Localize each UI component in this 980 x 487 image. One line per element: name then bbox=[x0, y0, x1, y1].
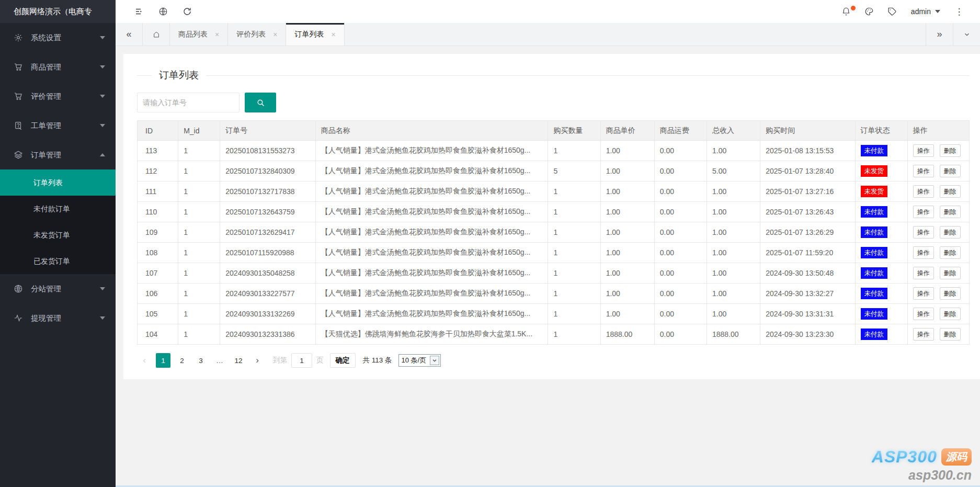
tab-商品列表[interactable]: 商品列表 × bbox=[170, 23, 228, 46]
sidebar-subitem-未发货订单[interactable]: 未发货订单 bbox=[0, 222, 116, 248]
orders-table: IDM_id订单号商品名称购买数量商品单价商品运费总收入购买时间订单状态操作 1… bbox=[137, 120, 970, 345]
sidebar-subitem-订单列表[interactable]: 订单列表 bbox=[0, 169, 116, 196]
operate-button[interactable]: 操作 bbox=[913, 328, 934, 341]
goto-confirm-button[interactable]: 确定 bbox=[330, 353, 356, 368]
tabs-scroll-left-icon[interactable]: « bbox=[116, 23, 143, 46]
collapse-menu-icon[interactable] bbox=[127, 0, 151, 23]
table-row: 110 1 20250107132643759 【人气销量】港式金汤鲍鱼花胶鸡加… bbox=[138, 202, 970, 222]
operate-button[interactable]: 操作 bbox=[913, 287, 934, 300]
cell-order-no: 20250107132629417 bbox=[220, 222, 315, 243]
sidebar-item-系统设置[interactable]: 系统设置 bbox=[0, 23, 116, 52]
content: 订单列表 IDM_id订单号商品名称购买数量商品单价商品运费总收入购买时间订单状… bbox=[116, 46, 980, 487]
page-number-1[interactable]: 1 bbox=[156, 353, 170, 368]
operate-button[interactable]: 操作 bbox=[913, 165, 934, 177]
sidebar-item-分站管理[interactable]: 分站管理 bbox=[0, 274, 116, 303]
status-badge: 未付款 bbox=[861, 145, 888, 157]
sidebar-item-label: 评价管理 bbox=[31, 92, 100, 101]
column-header-购买数量: 购买数量 bbox=[548, 121, 600, 141]
tag-icon[interactable] bbox=[881, 0, 904, 23]
page-number-3[interactable]: 3 bbox=[193, 353, 208, 368]
operate-button[interactable]: 操作 bbox=[913, 226, 934, 239]
sidebar-item-评价管理[interactable]: 评价管理 bbox=[0, 82, 116, 111]
cell-freight: 0.00 bbox=[654, 202, 706, 222]
cell-id: 107 bbox=[138, 263, 178, 284]
pagination: ‹ 123…12 › 到第 页 确定 共 113 条 10 条/页 bbox=[137, 353, 970, 368]
cell-time: 2025-01-07 13:26:43 bbox=[760, 202, 855, 222]
language-globe-icon[interactable] bbox=[151, 0, 175, 23]
cell-qty: 1 bbox=[548, 202, 600, 222]
delete-button[interactable]: 删除 bbox=[940, 308, 961, 320]
delete-button[interactable]: 删除 bbox=[940, 144, 961, 157]
cell-time: 2025-01-07 13:26:29 bbox=[760, 222, 855, 243]
cell-price: 1.00 bbox=[600, 202, 654, 222]
delete-button[interactable]: 删除 bbox=[940, 328, 961, 341]
cell-qty: 1 bbox=[548, 182, 600, 202]
delete-button[interactable]: 删除 bbox=[940, 185, 961, 198]
operate-button[interactable]: 操作 bbox=[913, 185, 934, 198]
tab-评价列表[interactable]: 评价列表 × bbox=[228, 23, 286, 46]
tab-订单列表[interactable]: 订单列表 × bbox=[286, 23, 344, 46]
app: 创颜网络演示（电商专 系统设置 商品管理 评价管理 工单管理 订单管理 订单列表… bbox=[0, 0, 980, 487]
notification-bell-icon[interactable] bbox=[835, 0, 858, 23]
home-tab-icon[interactable] bbox=[143, 23, 170, 46]
goto-page-input[interactable] bbox=[291, 353, 312, 368]
topbar: admin ⋮ bbox=[116, 0, 980, 23]
cell-product-name: 【人气销量】港式金汤鲍鱼花胶鸡加热即食鱼胶滋补食材1650g... bbox=[315, 161, 548, 182]
operate-button[interactable]: 操作 bbox=[913, 246, 934, 259]
user-menu[interactable]: admin bbox=[904, 7, 948, 16]
cell-product-name: 【人气销量】港式金汤鲍鱼花胶鸡加热即食鱼胶滋补食材1650g... bbox=[315, 284, 548, 304]
page-next-icon[interactable]: › bbox=[250, 353, 265, 368]
refresh-icon[interactable] bbox=[175, 0, 199, 23]
layers-icon bbox=[14, 150, 23, 160]
notification-dot bbox=[851, 6, 856, 10]
cell-total: 5.00 bbox=[707, 161, 760, 182]
sidebar-item-label: 提现管理 bbox=[31, 313, 100, 323]
per-page-dropdown-icon bbox=[430, 356, 439, 365]
order-search-input[interactable] bbox=[137, 93, 240, 112]
delete-button[interactable]: 删除 bbox=[940, 287, 961, 300]
column-header-商品运费: 商品运费 bbox=[654, 121, 706, 141]
delete-button[interactable]: 删除 bbox=[940, 206, 961, 218]
cell-id: 105 bbox=[138, 304, 178, 324]
search-button[interactable] bbox=[245, 93, 276, 112]
sidebar-item-订单管理[interactable]: 订单管理 bbox=[0, 140, 116, 169]
column-header-M_id: M_id bbox=[178, 121, 220, 141]
cell-order-no: 20240930132331386 bbox=[220, 324, 315, 345]
delete-button[interactable]: 删除 bbox=[940, 246, 961, 259]
delete-button[interactable]: 删除 bbox=[940, 165, 961, 177]
cell-total: 1.00 bbox=[707, 243, 760, 263]
operate-button[interactable]: 操作 bbox=[913, 267, 934, 279]
delete-button[interactable]: 删除 bbox=[940, 226, 961, 239]
tab-close-icon[interactable]: × bbox=[273, 30, 277, 39]
app-title: 创颜网络演示（电商专 bbox=[0, 0, 116, 23]
sidebar-subitem-已发货订单[interactable]: 已发货订单 bbox=[0, 248, 116, 274]
sidebar-item-提现管理[interactable]: 提现管理 bbox=[0, 303, 116, 333]
per-page-select[interactable]: 10 条/页 bbox=[398, 354, 441, 367]
more-options-icon[interactable]: ⋮ bbox=[948, 0, 971, 23]
page-number-12[interactable]: 12 bbox=[231, 353, 246, 368]
theme-palette-icon[interactable] bbox=[858, 0, 881, 23]
cell-qty: 1 bbox=[548, 304, 600, 324]
cell-id: 111 bbox=[138, 182, 178, 202]
cell-freight: 0.00 bbox=[654, 222, 706, 243]
cell-time: 2025-01-07 13:28:40 bbox=[760, 161, 855, 182]
operate-button[interactable]: 操作 bbox=[913, 206, 934, 218]
gear-icon bbox=[14, 33, 23, 42]
tabs-scroll-right-icon[interactable]: » bbox=[926, 23, 953, 46]
sidebar-subitem-未付款订单[interactable]: 未付款订单 bbox=[0, 196, 116, 222]
tab-label: 订单列表 bbox=[294, 30, 324, 39]
sidebar-item-工单管理[interactable]: 工单管理 bbox=[0, 111, 116, 140]
sidebar-item-商品管理[interactable]: 商品管理 bbox=[0, 52, 116, 82]
operate-button[interactable]: 操作 bbox=[913, 308, 934, 320]
page-number-2[interactable]: 2 bbox=[175, 353, 189, 368]
status-badge: 未发货 bbox=[861, 165, 888, 177]
operate-button[interactable]: 操作 bbox=[913, 144, 934, 157]
page-prev-icon[interactable]: ‹ bbox=[137, 353, 152, 368]
tabs-menu-icon[interactable] bbox=[953, 23, 980, 46]
watermark-domain: asp300.cn bbox=[872, 468, 972, 483]
tab-close-icon[interactable]: × bbox=[215, 30, 219, 39]
tab-close-icon[interactable]: × bbox=[331, 30, 335, 39]
cell-order-no: 20250107132717838 bbox=[220, 182, 315, 202]
delete-button[interactable]: 删除 bbox=[940, 267, 961, 279]
table-header-row: IDM_id订单号商品名称购买数量商品单价商品运费总收入购买时间订单状态操作 bbox=[138, 121, 970, 141]
